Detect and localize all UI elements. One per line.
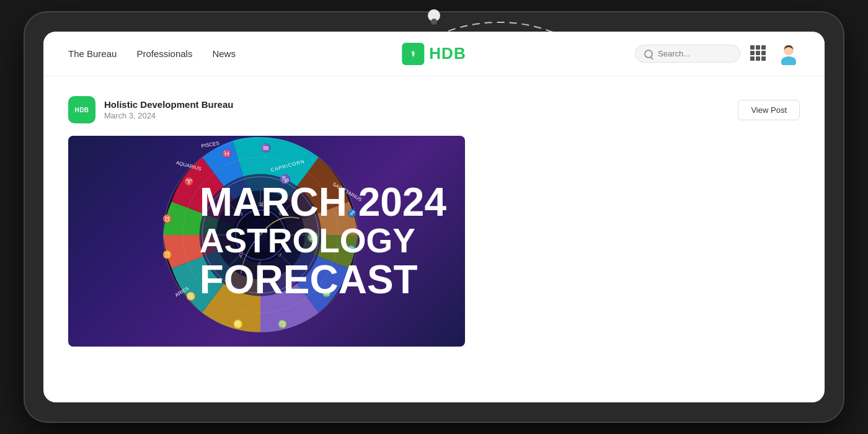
author-name: Holistic Development Bureau bbox=[104, 99, 233, 110]
svg-text:♍: ♍ bbox=[278, 319, 288, 329]
search-input[interactable] bbox=[658, 49, 731, 58]
post-image-text: MARCH 2024 ASTROLOGY FORECAST bbox=[200, 182, 446, 301]
svg-text:♋: ♋ bbox=[186, 291, 196, 301]
svg-text:♈: ♈ bbox=[184, 177, 194, 187]
svg-text:♊: ♊ bbox=[162, 250, 172, 260]
logo-text: HDB bbox=[429, 44, 466, 63]
user-avatar[interactable] bbox=[777, 43, 800, 65]
search-box[interactable] bbox=[635, 45, 740, 63]
camera bbox=[431, 19, 437, 25]
search-icon bbox=[644, 50, 653, 58]
svg-text:♒: ♒ bbox=[261, 143, 271, 153]
image-title-year: MARCH 2024 bbox=[200, 182, 446, 223]
grid-dot bbox=[756, 51, 760, 55]
site-logo[interactable]: ⚕ HDB bbox=[402, 43, 466, 65]
svg-text:⚕: ⚕ bbox=[411, 50, 415, 58]
view-post-button[interactable]: View Post bbox=[738, 100, 800, 120]
svg-text:♉: ♉ bbox=[162, 214, 172, 224]
navbar: The Bureau Professionals News ⚕ HDB bbox=[43, 32, 825, 76]
tablet-frame: The Bureau Professionals News ⚕ HDB bbox=[25, 12, 843, 422]
logo-icon: ⚕ bbox=[402, 43, 424, 65]
grid-dot bbox=[750, 51, 755, 55]
grid-dot bbox=[756, 56, 760, 61]
nav-professionals[interactable]: Professionals bbox=[136, 48, 192, 59]
post-date: March 3, 2024 bbox=[104, 111, 233, 120]
svg-text:♌: ♌ bbox=[233, 319, 243, 329]
grid-dot bbox=[761, 56, 766, 61]
nav-right bbox=[434, 43, 800, 65]
nav-news[interactable]: News bbox=[212, 48, 236, 59]
nav-the-bureau[interactable]: The Bureau bbox=[68, 48, 117, 59]
svg-text:♓: ♓ bbox=[222, 149, 232, 159]
author-info: Holistic Development Bureau March 3, 202… bbox=[104, 99, 233, 120]
grid-dot bbox=[761, 51, 766, 55]
nav-left: The Bureau Professionals News bbox=[68, 48, 434, 59]
post-author: HDB Holistic Development Bureau March 3,… bbox=[68, 96, 233, 123]
author-avatar: HDB bbox=[68, 96, 95, 123]
grid-menu-icon[interactable] bbox=[750, 45, 768, 63]
grid-dot bbox=[761, 45, 766, 50]
page-content: HDB Holistic Development Bureau March 3,… bbox=[43, 76, 825, 366]
grid-dot bbox=[750, 45, 755, 50]
grid-dot bbox=[756, 45, 760, 50]
post-header: HDB Holistic Development Bureau March 3,… bbox=[68, 96, 800, 123]
image-title-forecast: FORECAST bbox=[200, 259, 446, 301]
grid-dot bbox=[750, 56, 755, 61]
image-title-astrology: ASTROLOGY bbox=[200, 223, 446, 259]
post-image: ♑ ♐ ♏ ♎ ♍ ♌ ♋ ♊ ♉ ♈ ♓ ♒ ♄ ♃ ♀ ☿ bbox=[68, 136, 465, 347]
screen: The Bureau Professionals News ⚕ HDB bbox=[43, 32, 825, 402]
